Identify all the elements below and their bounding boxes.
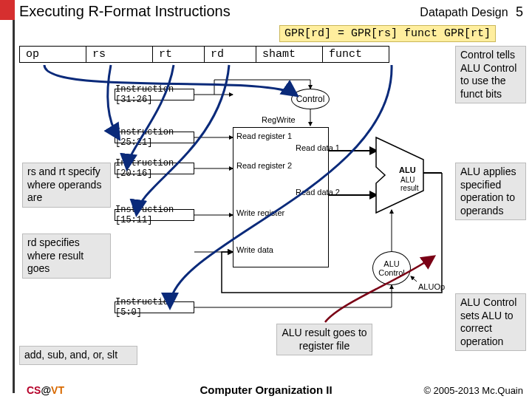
callout-control: Control tells ALU Control to use the fun… [455,46,526,103]
regwrite-label: RegWrite [262,115,296,124]
datapath-diagram: Instruction [31:26] Instruction [25:21] … [111,71,443,358]
instr-25-21: Instruction [25:21] [115,132,194,143]
cell-shamt: shamt [256,47,323,63]
page-number: 5 [516,4,523,19]
alu-control-block: ALU Control [372,251,411,285]
instr-20-16: Instruction [20:16] [115,163,194,174]
page-title: Executing R-Format Instructions [19,3,231,20]
callout-rd: rd specifies where result goes [22,233,111,279]
readdata2-label: Read data 2 [296,188,325,197]
writedata-label: Write data [236,245,277,254]
side-line [13,20,15,393]
cell-rs: rs [86,47,153,63]
header-right: Datapath Design 5 [420,4,523,20]
callout-rs-rt: rs and rt specify where operands are [22,163,111,208]
section-name: Datapath Design [420,6,508,18]
readreg1-label: Read register 1 [236,132,277,140]
instr-5-0: Instruction [5:0] [115,301,194,313]
alu-result-label: ALU result [400,176,426,192]
accent-bar [0,0,15,20]
table-row: op rs rt rd shamt funct [20,47,389,63]
control-block: Control [291,89,330,109]
readdata1-label: Read data 1 [296,143,325,152]
alu-shape [373,134,426,216]
svg-marker-11 [376,137,423,213]
cell-op: op [20,47,86,63]
callout-alu-applies: ALU applies specified operation to opera… [455,163,526,220]
alu-label: ALU [399,166,416,174]
instr-31-26: Instruction [31:26] [115,89,194,100]
cell-rd: rd [205,47,256,63]
cell-rt: rt [153,47,205,63]
footer-right: © 2005-2013 Mc.Quain [423,385,523,396]
callout-alu-control: ALU Control sets ALU to correct operatio… [455,293,526,351]
writereg-label: Write register [236,208,277,217]
cell-funct: funct [323,47,389,63]
instr-15-11: Instruction [15:11] [115,209,194,221]
expression-box: GPR[rd] = GPR[rs] funct GPR[rt] [279,25,496,42]
readreg2-label: Read register 2 [236,161,277,170]
aluop-label: ALUOp [418,282,445,291]
svg-line-10 [411,276,417,282]
instruction-field-table: op rs rt rd shamt funct [19,46,389,63]
